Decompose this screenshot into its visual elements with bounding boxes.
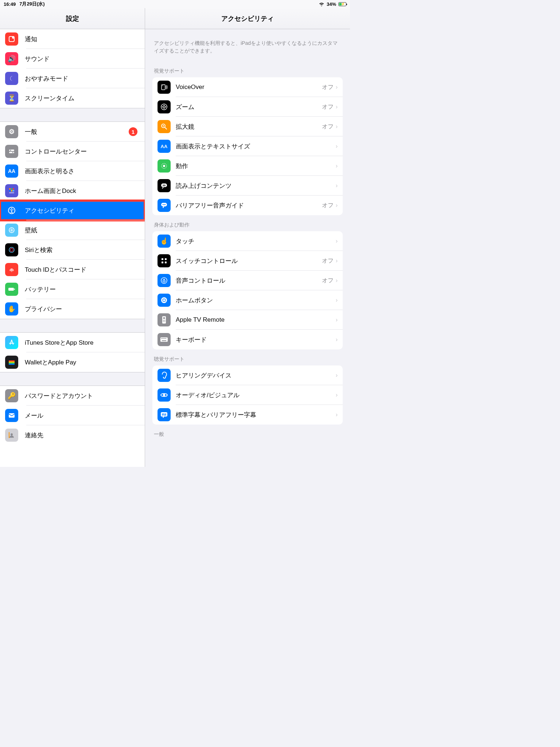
chevron-icon: › xyxy=(336,182,338,189)
status-time: 16:49 xyxy=(4,1,16,7)
siri-icon xyxy=(5,243,18,256)
sidebar-item-sound[interactable]: 🔊 サウンド xyxy=(0,49,145,69)
section-header-motor: 身体および動作 xyxy=(152,215,343,231)
sidebar-item-appstore[interactable]: iTunes StoreとApp Store xyxy=(0,333,145,352)
row-switch-control[interactable]: スイッチコントロール オフ › xyxy=(152,251,343,271)
sidebar-item-label: 一般 xyxy=(25,128,129,136)
badge: 1 xyxy=(129,127,137,136)
svg-rect-8 xyxy=(13,188,14,190)
svg-point-1 xyxy=(12,36,14,39)
sidebar-item-touchid[interactable]: Touch IDとパスコード xyxy=(0,260,145,279)
row-keyboard[interactable]: キーボード › xyxy=(152,330,343,349)
svg-rect-42 xyxy=(162,262,163,263)
row-magnifier[interactable]: 拡大鏡 オフ › xyxy=(152,117,343,136)
chevron-icon: › xyxy=(336,297,338,303)
row-voiceover[interactable]: VoiceOver オフ › xyxy=(152,77,343,97)
chevron-icon: › xyxy=(336,317,338,323)
wifi-icon xyxy=(319,2,324,6)
row-label: タッチ xyxy=(176,237,336,245)
sidebar-item-label: ホーム画面とDock xyxy=(25,187,140,195)
settings-sidebar: 設定 通知 🔊 サウンド おやすみモード ⏳ スクリーンタイム ⚙ xyxy=(0,8,145,467)
audio-visual-icon xyxy=(158,388,171,402)
hourglass-icon: ⏳ xyxy=(5,92,18,105)
row-audio-visual[interactable]: オーディオ/ビジュアル › xyxy=(152,385,343,405)
voice-control-icon xyxy=(158,274,171,287)
sidebar-item-privacy[interactable]: ✋ プライバシー xyxy=(0,299,145,319)
sidebar-item-wallpaper[interactable]: 壁紙 xyxy=(0,220,145,240)
sidebar-item-control-center[interactable]: コントロールセンター xyxy=(0,142,145,161)
svg-rect-6 xyxy=(9,188,11,190)
svg-rect-56 xyxy=(162,338,163,339)
sidebar-item-label: プライバシー xyxy=(25,305,140,313)
row-display-text[interactable]: AA 画面表示とテキストサイズ › xyxy=(152,136,343,156)
detail-intro: アクセシビリティ機能を利用すると、iPadをより使いやすくなるようにカスタマイズ… xyxy=(152,29,343,61)
row-touch[interactable]: ☝ タッチ › xyxy=(152,231,343,251)
svg-rect-62 xyxy=(161,412,167,417)
sidebar-item-home-dock[interactable]: ホーム画面とDock xyxy=(0,181,145,201)
sidebar-item-general[interactable]: ⚙ 一般 1 xyxy=(0,122,145,142)
svg-rect-64 xyxy=(165,414,166,414)
row-spoken-content[interactable]: 99 読み上げコンテンツ › xyxy=(152,176,343,196)
chevron-icon: › xyxy=(336,163,338,169)
section-header-hearing: 聴覚サポート xyxy=(152,349,343,365)
sidebar-item-accessibility[interactable]: アクセシビリティ xyxy=(0,201,145,220)
sound-icon: 🔊 xyxy=(5,52,18,65)
row-zoom[interactable]: ズーム オフ › xyxy=(152,97,343,117)
motion-icon xyxy=(158,159,171,173)
speech-bubble-icon xyxy=(158,199,171,212)
svg-rect-27 xyxy=(162,85,165,90)
svg-point-5 xyxy=(12,152,13,153)
row-label: 拡大鏡 xyxy=(176,123,322,131)
sidebar-item-contacts[interactable]: 連絡先 xyxy=(0,425,145,445)
chevron-icon: › xyxy=(336,336,338,343)
svg-point-38 xyxy=(164,204,164,205)
row-hearing-devices[interactable]: ヒアリングデバイス › xyxy=(152,365,343,385)
sidebar-item-mail[interactable]: メール xyxy=(0,406,145,425)
row-motion[interactable]: 動作 › xyxy=(152,156,343,176)
sidebar-item-battery[interactable]: バッテリー xyxy=(0,279,145,299)
sidebar-item-siri[interactable]: Siriと検索 xyxy=(0,240,145,260)
svg-rect-58 xyxy=(164,338,165,339)
svg-point-25 xyxy=(11,433,13,436)
text-size-icon: AA xyxy=(5,165,18,178)
chevron-icon: › xyxy=(336,202,338,209)
sidebar-item-passwords[interactable]: 🔑 パスワードとアカウント xyxy=(0,386,145,406)
svg-point-16 xyxy=(9,247,14,252)
row-voice-control[interactable]: 音声コントロール オフ › xyxy=(152,271,343,290)
chevron-icon: › xyxy=(336,277,338,284)
svg-rect-19 xyxy=(14,289,15,290)
text-size-icon: AA xyxy=(158,140,171,153)
sidebar-item-screentime[interactable]: ⏳ スクリーンタイム xyxy=(0,88,145,108)
sidebar-item-label: WalletとApple Pay xyxy=(25,358,140,367)
svg-rect-52 xyxy=(163,321,164,322)
svg-rect-2 xyxy=(9,150,14,151)
home-grid-icon xyxy=(5,184,18,197)
svg-point-33 xyxy=(163,165,165,167)
svg-rect-24 xyxy=(9,413,15,418)
sidebar-item-label: アクセシビリティ xyxy=(25,206,140,215)
row-appletv-remote[interactable]: Apple TV Remote › xyxy=(152,310,343,330)
wallet-icon xyxy=(5,356,18,369)
gear-icon: ⚙ xyxy=(5,125,18,138)
row-value: オフ xyxy=(322,84,334,91)
svg-point-17 xyxy=(10,248,13,251)
sidebar-item-wallet[interactable]: WalletとApple Pay xyxy=(0,352,145,372)
row-subtitles[interactable]: 標準字幕とバリアフリー字幕 › xyxy=(152,405,343,425)
sidebar-item-display[interactable]: AA 画面表示と明るさ xyxy=(0,161,145,181)
sidebar-item-notifications[interactable]: 通知 xyxy=(0,29,145,49)
svg-rect-21 xyxy=(9,361,15,363)
row-value: オフ xyxy=(322,257,334,265)
row-label: バリアフリー音声ガイド xyxy=(176,201,322,210)
section-header-general: 一般 xyxy=(152,425,343,441)
row-audio-descriptions[interactable]: バリアフリー音声ガイド オフ › xyxy=(152,196,343,215)
svg-point-39 xyxy=(165,204,166,205)
sidebar-item-dnd[interactable]: おやすみモード xyxy=(0,69,145,88)
sidebar-item-label: パスワードとアカウント xyxy=(25,392,140,400)
status-date: 7月29日(水) xyxy=(19,1,44,7)
sidebar-item-label: サウンド xyxy=(25,55,140,63)
sidebar-title: 設定 xyxy=(66,14,79,23)
svg-rect-26 xyxy=(9,432,9,438)
svg-rect-63 xyxy=(162,414,164,414)
row-home-button[interactable]: ホームボタン › xyxy=(152,290,343,310)
chevron-icon: › xyxy=(336,411,338,418)
